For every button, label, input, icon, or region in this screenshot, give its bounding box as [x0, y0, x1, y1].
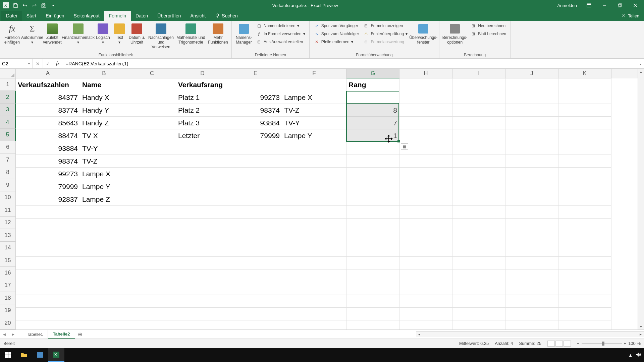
- row-header-3[interactable]: 3: [0, 104, 16, 116]
- cell-J8[interactable]: [505, 168, 558, 180]
- cell-K12[interactable]: [558, 219, 611, 231]
- cell-H1[interactable]: [399, 78, 452, 91]
- cell-C18[interactable]: [128, 295, 176, 308]
- cell-B20[interactable]: [80, 320, 128, 329]
- cell-B11[interactable]: [80, 206, 128, 219]
- cell-I10[interactable]: [452, 193, 505, 206]
- name-manager-button[interactable]: Namens- Manager: [234, 22, 253, 46]
- horizontal-scrollbar[interactable]: ◄ ►: [416, 331, 644, 337]
- cell-I16[interactable]: [452, 269, 505, 282]
- cell-C10[interactable]: [128, 193, 176, 206]
- cell-C14[interactable]: [128, 244, 176, 257]
- cell-C17[interactable]: [128, 282, 176, 295]
- col-header-G[interactable]: G: [346, 69, 399, 78]
- cell-C19[interactable]: [128, 308, 176, 320]
- cell-H19[interactable]: [399, 308, 452, 320]
- row-header-13[interactable]: 13: [0, 229, 16, 241]
- define-name-button[interactable]: ▢Namen definieren ▾: [255, 22, 307, 29]
- cell-G14[interactable]: [346, 244, 399, 257]
- cell-G2[interactable]: 9: [346, 91, 399, 104]
- zoom-in-icon[interactable]: +: [624, 341, 627, 346]
- cell-D18[interactable]: [176, 295, 229, 308]
- row-header-14[interactable]: 14: [0, 242, 16, 254]
- cell-G8[interactable]: [346, 168, 399, 180]
- row-header-4[interactable]: 4: [0, 116, 16, 128]
- cell-F13[interactable]: [282, 231, 346, 244]
- cell-E14[interactable]: [229, 244, 282, 257]
- col-header-H[interactable]: H: [399, 69, 452, 78]
- row-header-18[interactable]: 18: [0, 292, 16, 304]
- cell-C9[interactable]: [128, 180, 176, 193]
- cell-B15[interactable]: [80, 257, 128, 269]
- row-header-15[interactable]: 15: [0, 254, 16, 266]
- cell-G15[interactable]: [346, 257, 399, 269]
- row-header-6[interactable]: 6: [0, 141, 16, 154]
- cell-I17[interactable]: [452, 282, 505, 295]
- cell-C3[interactable]: [128, 104, 176, 117]
- tray-up-icon[interactable]: ▲: [628, 353, 633, 358]
- recently-used-button[interactable]: Zuletzt verwendet: [43, 22, 62, 46]
- cell-A1[interactable]: Verkaufszahlen: [16, 78, 80, 91]
- cell-H11[interactable]: [399, 206, 452, 219]
- cell-G10[interactable]: [346, 193, 399, 206]
- cell-C20[interactable]: [128, 320, 176, 329]
- cell-E17[interactable]: [229, 282, 282, 295]
- sheet-tab-tabelle2[interactable]: Tabelle2: [48, 330, 75, 339]
- cell-K5[interactable]: [558, 129, 611, 142]
- cell-I19[interactable]: [452, 308, 505, 320]
- cell-A16[interactable]: [16, 269, 80, 282]
- tab-einfuegen[interactable]: Einfügen: [41, 11, 69, 21]
- scroll-left-icon[interactable]: ◄: [416, 331, 422, 337]
- calculate-sheet-button[interactable]: ⊞Blatt berechnen: [469, 30, 507, 38]
- cell-A19[interactable]: [16, 308, 80, 320]
- cell-H5[interactable]: [399, 129, 452, 142]
- cell-B2[interactable]: Handy X: [80, 91, 128, 104]
- autofill-options-button[interactable]: ▦: [401, 143, 408, 149]
- tab-daten[interactable]: Daten: [131, 11, 153, 21]
- cell-G11[interactable]: [346, 206, 399, 219]
- cell-D4[interactable]: Platz 3: [176, 117, 229, 129]
- cell-H10[interactable]: [399, 193, 452, 206]
- cell-J6[interactable]: [505, 142, 558, 155]
- row-header-2[interactable]: 2: [0, 91, 16, 103]
- scroll-right-icon[interactable]: ►: [638, 331, 644, 337]
- cell-K9[interactable]: [558, 180, 611, 193]
- cell-E5[interactable]: 79999: [229, 129, 282, 142]
- cell-E6[interactable]: [229, 142, 282, 155]
- cell-I2[interactable]: [452, 91, 505, 104]
- cell-D6[interactable]: [176, 142, 229, 155]
- cell-G6[interactable]: [346, 142, 399, 155]
- cell-I4[interactable]: [452, 117, 505, 129]
- cell-D10[interactable]: [176, 193, 229, 206]
- cell-F18[interactable]: [282, 295, 346, 308]
- math-button[interactable]: Mathematik und Trigonometrie: [176, 22, 206, 46]
- minimize-icon[interactable]: [597, 0, 612, 10]
- row-header-17[interactable]: 17: [0, 279, 16, 292]
- cell-G13[interactable]: [346, 231, 399, 244]
- cell-I1[interactable]: [452, 78, 505, 91]
- cell-D13[interactable]: [176, 231, 229, 244]
- cell-K13[interactable]: [558, 231, 611, 244]
- cell-G20[interactable]: [346, 320, 399, 329]
- cell-H12[interactable]: [399, 219, 452, 231]
- cell-C15[interactable]: [128, 257, 176, 269]
- row-header-11[interactable]: 11: [0, 204, 16, 217]
- cell-D1[interactable]: Verkaufsrang: [176, 78, 229, 91]
- scroll-up-icon[interactable]: ▲: [638, 69, 644, 75]
- file-explorer-icon[interactable]: [16, 348, 32, 362]
- cell-K18[interactable]: [558, 295, 611, 308]
- cell-J15[interactable]: [505, 257, 558, 269]
- cell-C7[interactable]: [128, 155, 176, 168]
- cell-B18[interactable]: [80, 295, 128, 308]
- cell-C1[interactable]: [128, 78, 176, 91]
- zoom-slider[interactable]: [582, 343, 622, 344]
- cell-D2[interactable]: Platz 1: [176, 91, 229, 104]
- cell-G3[interactable]: 8: [346, 104, 399, 117]
- cell-C16[interactable]: [128, 269, 176, 282]
- cell-F3[interactable]: TV-Z: [282, 104, 346, 117]
- cell-H8[interactable]: [399, 168, 452, 180]
- cell-E20[interactable]: [229, 320, 282, 329]
- cell-I9[interactable]: [452, 180, 505, 193]
- cell-A12[interactable]: [16, 219, 80, 231]
- use-in-formula-button[interactable]: ƒIn Formel verwenden ▾: [255, 30, 307, 38]
